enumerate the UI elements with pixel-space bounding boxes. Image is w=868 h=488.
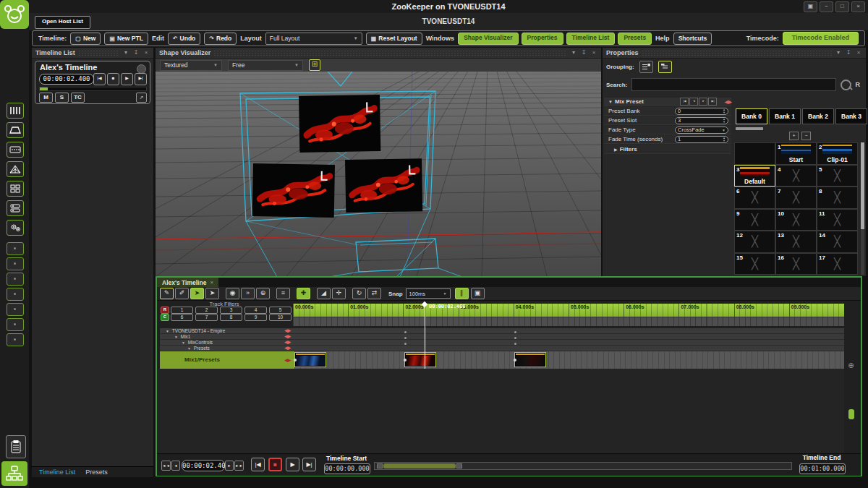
window-toggle-button[interactable]: Shape Visualizer: [458, 33, 518, 45]
panel-menu-icon[interactable]: ▾: [122, 49, 129, 56]
tc-button[interactable]: TC: [71, 93, 85, 103]
preset-cell[interactable]: 5 ╳: [817, 165, 858, 187]
render-mode-select[interactable]: Textured ▼: [160, 60, 222, 71]
close-icon[interactable]: ×: [851, 1, 865, 12]
notes-clipboard-icon[interactable]: [6, 435, 26, 458]
empty-slot[interactable]: [7, 303, 24, 316]
close-icon[interactable]: ×: [855, 49, 862, 56]
track-filter-button[interactable]: 4: [244, 307, 267, 314]
grouped-list-icon[interactable]: [658, 61, 672, 73]
screens-icon[interactable]: [7, 103, 24, 119]
track-filter-button[interactable]: 5: [269, 307, 292, 314]
step-back-button[interactable]: ◄: [171, 461, 180, 471]
fade-type-select[interactable]: CrossFade ▼: [675, 127, 728, 134]
preset-cell[interactable]: 10 ╳: [775, 209, 817, 231]
Start[interactable]: 1 ╳ Start: [775, 142, 817, 165]
snap-select[interactable]: 100ms ▼: [406, 288, 451, 299]
timeline-ruler[interactable]: 00.000s01.000s02.000s03.000s04.000s05.00…: [293, 304, 844, 317]
bank-tab[interactable]: Bank 3: [835, 108, 867, 124]
stop-button[interactable]: ■: [107, 73, 119, 85]
maximize-icon[interactable]: □: [835, 1, 849, 12]
keyframe-dot[interactable]: [404, 343, 407, 345]
preset-cell[interactable]: 11 ╳: [817, 209, 858, 231]
loop-range-button[interactable]: ⇄: [367, 288, 381, 299]
search-input[interactable]: [631, 78, 835, 91]
timecode-enabled-button[interactable]: Timecode Enabled: [783, 32, 859, 45]
settings-gears-icon[interactable]: [7, 220, 24, 236]
clip-default[interactable]: [404, 352, 436, 367]
track-filter-button[interactable]: 3: [220, 307, 242, 314]
preset-cell[interactable]: 17 ╳: [817, 253, 858, 275]
track-filter-button[interactable]: 9: [244, 314, 267, 321]
panel-tab[interactable]: Timeline List: [39, 468, 75, 476]
clip-area[interactable]: [294, 351, 844, 369]
panel-menu-icon[interactable]: ▾: [835, 49, 842, 56]
flat-list-icon[interactable]: [639, 61, 653, 73]
preset-grid-scrollbar[interactable]: [861, 142, 864, 275]
track-row[interactable]: ▼ Presets ◀▮▶: [160, 346, 844, 351]
preset-bank-spinner[interactable]: 0 ▲▼: [675, 108, 728, 115]
skip-end-button[interactable]: ▶|: [302, 458, 316, 471]
track-filter-button[interactable]: 6: [171, 314, 193, 321]
track-filter-button[interactable]: 1: [171, 307, 193, 314]
select-tool-button[interactable]: ➤: [190, 288, 204, 299]
preset-cell[interactable]: 9 ╳: [734, 209, 775, 231]
jump-back-button[interactable]: ◄◄: [161, 461, 171, 471]
network-tree-icon[interactable]: [1, 461, 27, 486]
screen-top[interactable]: [299, 95, 380, 153]
preset-cell[interactable]: 7 ╳: [775, 187, 817, 209]
track-list-button[interactable]: ≡: [276, 288, 290, 299]
bank-tab[interactable]: Bank 2: [802, 108, 834, 124]
empty-slot[interactable]: [7, 242, 24, 255]
row-filter-toggle[interactable]: R: [161, 307, 169, 314]
clip-track-label[interactable]: Mix1/Presets: [160, 351, 294, 369]
shortcuts-button[interactable]: Shortcuts: [673, 33, 712, 45]
keyframe-dot[interactable]: [514, 331, 516, 333]
keyframe-dot[interactable]: [404, 337, 407, 339]
layout-grid-icon[interactable]: [7, 181, 24, 197]
preset-cell[interactable]: ╳: [734, 142, 775, 165]
Default[interactable]: 3 ╳ Default: [734, 165, 775, 187]
layout-select[interactable]: Full Layout ▼: [265, 33, 362, 45]
spinner-arrows-icon[interactable]: ▲▼: [723, 108, 726, 114]
skip-end-button[interactable]: ▶|: [135, 73, 147, 85]
pin-icon[interactable]: ↧: [845, 49, 852, 56]
window-toggle-button[interactable]: Presets: [618, 33, 652, 45]
timeline-time-field[interactable]: 00:00:02.400: [39, 74, 94, 85]
zoom-tool-button[interactable]: ⊕: [256, 288, 270, 299]
fade-time-spinner[interactable]: 1 ▲▼: [675, 136, 728, 143]
ramp-tool-button[interactable]: ◢: [317, 288, 331, 299]
prism-shape-icon[interactable]: [7, 161, 24, 177]
empty-slot[interactable]: [7, 318, 24, 331]
timeline-empty-area[interactable]: [157, 369, 844, 453]
regex-toggle[interactable]: R: [856, 81, 861, 88]
current-time-field[interactable]: 00:00:02.400: [182, 460, 225, 471]
track-filter-button[interactable]: 2: [195, 307, 218, 314]
screen-right[interactable]: [345, 158, 422, 213]
horizontal-scrollbar[interactable]: [374, 462, 792, 470]
safe-mode-button[interactable]: ✚: [297, 288, 310, 299]
minus-icon[interactable]: −: [801, 132, 811, 140]
track-row[interactable]: ▼ MixControls ◀▮▶: [160, 340, 844, 346]
jump-forward-button[interactable]: ►►: [234, 461, 244, 471]
track-row[interactable]: ▼ Mix1 ◀▮▶: [160, 334, 844, 340]
follow-playhead-button[interactable]: »: [241, 288, 255, 299]
device-rack-icon[interactable]: [7, 200, 24, 216]
pin-icon[interactable]: ↧: [580, 49, 587, 56]
spinner-arrows-icon[interactable]: ▲▼: [723, 137, 726, 142]
timeline-progress[interactable]: [39, 87, 147, 91]
panel-tab[interactable]: Presets: [85, 468, 108, 476]
collapse-icon[interactable]: ▼: [187, 346, 191, 351]
select-alt-tool-button[interactable]: ➤: [205, 288, 219, 299]
camera-mode-select[interactable]: Free ▼: [228, 60, 303, 71]
spinner-arrows-icon[interactable]: ▲▼: [723, 118, 726, 123]
timeline-start-field[interactable]: 00:00:00.000: [324, 463, 370, 474]
pencil-tool-button[interactable]: ✎: [160, 288, 174, 299]
grid-toggle-icon[interactable]: ⊞: [309, 59, 320, 71]
skip-start-button[interactable]: |◀: [251, 458, 265, 471]
close-icon[interactable]: ×: [210, 279, 213, 286]
nav-last-icon[interactable]: ▶|: [708, 98, 717, 106]
bank-tab[interactable]: Bank 1: [769, 108, 801, 124]
stop-button[interactable]: ■: [268, 458, 282, 471]
preset-cell[interactable]: 13 ╳: [775, 231, 817, 253]
